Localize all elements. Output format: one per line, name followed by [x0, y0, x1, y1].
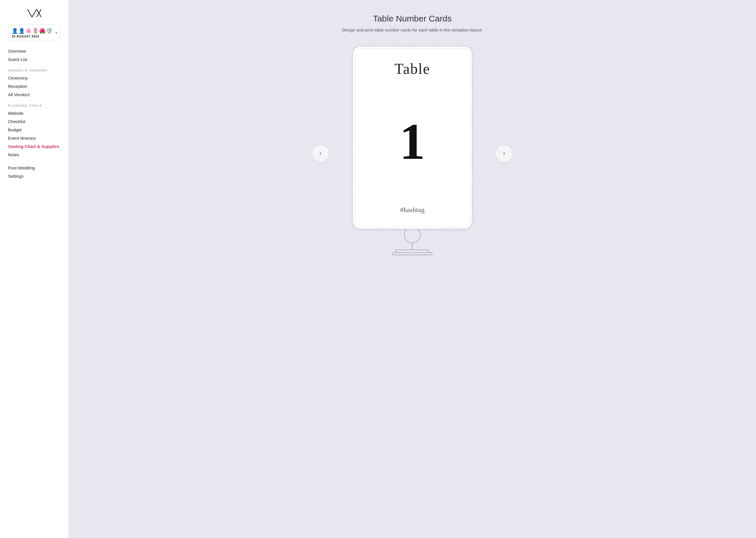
svg-rect-4 — [396, 250, 429, 253]
carousel-area: ‹ Table 1 #hashtag › — [80, 46, 744, 261]
sidebar: 👤 👤 🌸 🌷 🌺 🛡️ 25 AUGUST 2024 ▾ Overview G… — [0, 0, 69, 538]
sidebar-item-all-vendors[interactable]: All Vendors — [8, 90, 60, 99]
sidebar-item-checklist[interactable]: Checklist — [8, 117, 60, 126]
sidebar-item-budget[interactable]: Budget — [8, 126, 60, 134]
page-subtitle: Design and print table number cards for … — [342, 27, 483, 32]
table-word: Table — [395, 60, 430, 77]
sidebar-item-overview[interactable]: Overview — [8, 47, 60, 55]
wedding-info-box[interactable]: 👤 👤 🌸 🌷 🌺 🛡️ 25 AUGUST 2024 ▾ — [8, 25, 60, 41]
venues-vendors-label: VENUES & VENDORS — [8, 69, 60, 72]
next-button[interactable]: › — [495, 144, 513, 162]
chevron-right-icon: › — [503, 150, 505, 157]
planning-tools-label: PLANNING TOOLS — [8, 104, 60, 107]
sidebar-item-guest-list[interactable]: Guest List — [8, 55, 60, 64]
card-stand-illustration — [384, 226, 441, 261]
sidebar-item-reception[interactable]: Reception — [8, 82, 60, 90]
avatar-5: 🌺 — [39, 28, 45, 34]
avatar-6: 🛡️ — [46, 28, 52, 34]
logo-icon — [25, 7, 43, 20]
sidebar-item-website[interactable]: Website — [8, 109, 60, 117]
logo-area — [8, 7, 60, 20]
sidebar-item-seating-chart[interactable]: Seating Chart & Supplies — [8, 142, 60, 150]
table-number-card: Table 1 #hashtag — [352, 46, 472, 229]
sidebar-item-ceremony[interactable]: Ceremony — [8, 74, 60, 82]
avatar-3: 🌸 — [25, 28, 32, 34]
card-container: Table 1 #hashtag — [347, 46, 478, 261]
sidebar-item-settings[interactable]: Settings — [8, 172, 60, 180]
page-title: Table Number Cards — [373, 14, 451, 24]
table-hashtag: #hashtag — [400, 206, 424, 214]
wedding-date: 25 AUGUST 2024 — [12, 35, 52, 38]
chevron-left-icon: ‹ — [319, 150, 321, 157]
avatar-2: 👤 — [19, 28, 25, 34]
table-number: 1 — [400, 116, 425, 167]
sidebar-item-event-itinerary[interactable]: Event Itinerary — [8, 134, 60, 142]
chevron-down-icon: ▾ — [56, 31, 57, 35]
svg-rect-5 — [392, 253, 432, 255]
svg-point-2 — [404, 227, 420, 243]
prev-button[interactable]: ‹ — [312, 144, 329, 162]
avatar-1: 👤 — [12, 28, 18, 34]
sidebar-item-post-wedding[interactable]: Post-Wedding — [8, 164, 60, 172]
main-content: Table Number Cards Design and print tabl… — [69, 0, 756, 538]
sidebar-item-notes[interactable]: Notes — [8, 150, 60, 159]
avatar-4: 🌷 — [32, 28, 39, 34]
avatar-row: 👤 👤 🌸 🌷 🌺 🛡️ — [12, 28, 52, 34]
